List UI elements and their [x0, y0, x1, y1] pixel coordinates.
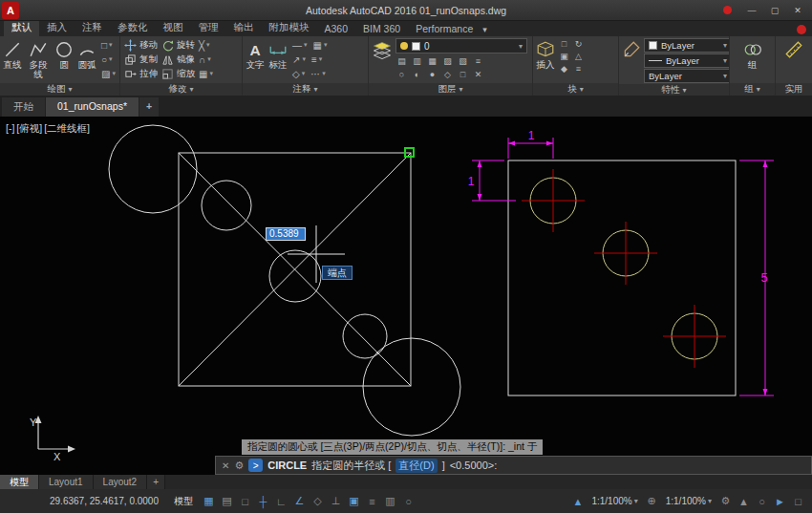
ribbon-tab-parametric[interactable]: 参数化 [110, 20, 156, 36]
polyline-button[interactable]: 多段线 [25, 38, 52, 79]
ribbon-overflow-caret[interactable]: ▾ [481, 25, 493, 36]
layer-tool-icon-6[interactable]: ≡ [472, 55, 484, 67]
dimension-button[interactable]: 标注 [267, 38, 288, 70]
maximize-button[interactable]: ▢ [764, 3, 785, 18]
arc-button[interactable]: 圆弧 [76, 38, 97, 70]
ribbon-tab-addins[interactable]: 附加模块 [262, 20, 317, 36]
selection-cycling-icon[interactable]: ○ [400, 493, 417, 510]
viewport-menu-button[interactable]: [-] [6, 122, 14, 136]
layer-tool-icon-4[interactable]: ▨ [441, 55, 454, 67]
lineweight-dropdown[interactable]: ByLayer▾ [644, 69, 730, 83]
ribbon-tab-manage[interactable]: 管理 [191, 20, 226, 36]
layout-tab-layout1[interactable]: Layout1 [39, 475, 94, 489]
move-button[interactable]: 移动 [122, 38, 160, 53]
layer-tool-icon-5[interactable]: ▧ [457, 55, 469, 67]
dynamic-input-field[interactable]: 0.5389 [266, 227, 306, 241]
layer-select-dropdown[interactable]: 0 ▾ [395, 38, 527, 53]
workspace-gear-icon[interactable]: ⚙ [717, 493, 734, 510]
multileader-tool-button[interactable]: ↗▾ [290, 53, 308, 66]
leader-tool-button[interactable]: —▾ [290, 38, 310, 52]
ribbon-tab-home[interactable]: 默认 [4, 20, 39, 36]
viewport-scale-dropdown[interactable]: 1:1/100%▾ [662, 496, 716, 506]
layer-tool-icon-1[interactable]: ▤ [395, 55, 408, 67]
block-tool-icon-6[interactable]: ≡ [572, 63, 585, 75]
measure-button[interactable] [783, 38, 804, 59]
file-tab-start[interactable]: 开始 [2, 97, 45, 117]
snap-toggle-icon[interactable]: ▤ [219, 493, 235, 510]
annotation-scale-dropdown[interactable]: 1:1/100%▾ [588, 496, 641, 506]
layer-tool-icon-3[interactable]: ▦ [426, 55, 438, 67]
layer-tool-icon-9[interactable]: ● [426, 69, 438, 80]
match-properties-button[interactable] [621, 38, 642, 59]
layer-tool-icon-8[interactable]: ◐ [411, 69, 423, 80]
coordinates-display[interactable]: 29.6367, 25.4617, 0.0000 [50, 496, 159, 506]
block-tool-icon-4[interactable]: △ [572, 51, 585, 62]
panel-footer-annotate[interactable]: 注释▾ [243, 83, 368, 96]
new-drawing-tab-button[interactable]: + [139, 97, 159, 117]
close-button[interactable]: ✕ [787, 3, 808, 18]
fillet-tool-button[interactable]: ∩▾ [197, 53, 213, 66]
panel-footer-utilities[interactable]: 实用 [776, 83, 812, 96]
layout-tab-model[interactable]: 模型 [0, 475, 39, 489]
ribbon-tab-output[interactable]: 输出 [226, 20, 262, 36]
view-control-button[interactable]: [俯视] [16, 122, 42, 136]
layer-tool-icon-2[interactable]: ▥ [411, 55, 423, 67]
annotation-more-button[interactable]: ⋯▾ [309, 67, 328, 80]
rectangle-tool-button[interactable]: □▾ [99, 38, 118, 52]
text-button[interactable]: A 文字 [245, 38, 266, 70]
group-button[interactable]: 组 [742, 38, 763, 70]
panel-footer-group[interactable]: 组▾ [730, 83, 775, 96]
circle-button[interactable]: 圆 [53, 38, 75, 70]
isodraft-icon[interactable]: ◇ [310, 493, 326, 510]
visual-style-button[interactable]: [二维线框] [44, 122, 90, 136]
text-style-tool-button[interactable]: ≡▾ [310, 53, 324, 66]
ribbon-tab-view[interactable]: 视图 [156, 20, 191, 36]
new-layout-button[interactable]: + [147, 475, 165, 489]
annotation-monitor-icon[interactable]: ▲ [736, 493, 752, 510]
command-option-diameter[interactable]: 直径(D) [395, 459, 437, 473]
polar-tracking-icon[interactable]: ∠ [291, 493, 308, 510]
ribbon-tab-annotate[interactable]: 注释 [75, 20, 110, 36]
panel-footer-block[interactable]: 块▾ [533, 83, 618, 96]
ribbon-tab-insert[interactable]: 插入 [39, 20, 75, 36]
ribbon-tab-a360[interactable]: A360 [317, 22, 356, 36]
annotation-visibility-icon[interactable]: ▲ [569, 493, 586, 510]
table-tool-button[interactable]: ▦▾ [311, 38, 330, 52]
insert-block-button[interactable]: 插入 [535, 38, 556, 70]
copy-button[interactable]: 复制 [122, 53, 160, 67]
model-space-button[interactable]: 模型 [168, 495, 199, 508]
autocad-logo-icon[interactable]: A [2, 2, 19, 19]
line-button[interactable]: 直线 [2, 38, 23, 70]
layer-properties-button[interactable] [371, 38, 394, 61]
stretch-button[interactable]: 拉伸 [122, 67, 160, 81]
layer-tool-icon-7[interactable]: ○ [395, 69, 408, 80]
panel-footer-layers[interactable]: 图层▾ [369, 83, 532, 96]
scale-button[interactable]: 缩放 [160, 67, 197, 81]
rotate-button[interactable]: 旋转 [160, 38, 197, 53]
hatch-tool-button[interactable]: ▨▾ [99, 67, 118, 80]
drawing-canvas[interactable]: 1 1 5 Y X [-] [俯视] [二维线框] 0.5389 端点 指 [0, 117, 812, 475]
layer-tool-icon-11[interactable]: □ [457, 69, 469, 80]
file-tab-drawing[interactable]: 01_runOsnaps* [46, 97, 139, 117]
ortho-toggle-icon[interactable]: ∟ [273, 493, 289, 510]
dim-style-tool-button[interactable]: ◇▾ [290, 67, 307, 80]
minimize-button[interactable]: — [741, 3, 762, 18]
ribbon-tab-bim360[interactable]: BIM 360 [355, 22, 408, 36]
lineweight-icon[interactable]: ≡ [364, 493, 380, 510]
isolate-objects-icon[interactable]: ○ [754, 493, 770, 510]
layer-tool-icon-12[interactable]: ✕ [472, 69, 484, 80]
autoscale-icon[interactable]: ⊕ [644, 493, 660, 510]
trim-tool-button[interactable]: ╳▾ [197, 38, 212, 52]
command-customize-icon[interactable]: ⚙ [234, 460, 244, 472]
layer-tool-icon-10[interactable]: ◇ [441, 69, 454, 80]
ribbon-tab-performance[interactable]: Performance [408, 22, 481, 36]
block-tool-icon-2[interactable]: ↻ [572, 38, 585, 50]
mirror-button[interactable]: 镜像 [160, 53, 197, 67]
transparency-icon[interactable]: ▥ [382, 493, 398, 510]
command-close-icon[interactable]: ✕ [222, 460, 229, 471]
panel-footer-modify[interactable]: 修改▾ [120, 83, 242, 96]
command-line[interactable]: ✕ ⚙ > CIRCLE 指定圆的半径或 [ 直径(D) ] <0.5000>: [215, 456, 812, 475]
panel-footer-draw[interactable]: 绘图▾ [0, 83, 119, 96]
object-snap-tracking-icon[interactable]: ⊥ [328, 493, 344, 510]
block-tool-icon-3[interactable]: ▣ [558, 51, 570, 62]
